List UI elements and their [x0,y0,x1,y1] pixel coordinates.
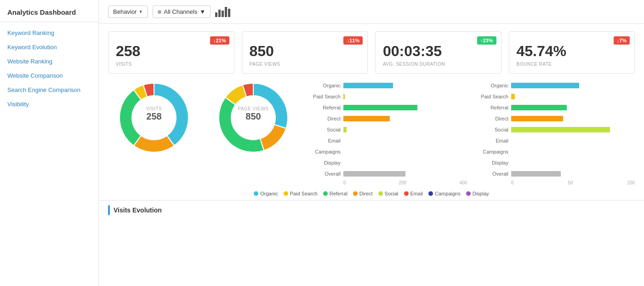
behavior-dropdown[interactable]: Behavior ▼ [108,6,148,18]
bar-icon-segment [228,9,230,17]
legend-item: Direct [353,191,373,196]
bar-row-label: Email [307,138,343,143]
metric-value: 45.74% [517,43,627,60]
bar-fill [511,83,579,88]
bar-chart-icon[interactable] [215,7,230,17]
bar-track [343,149,467,154]
sidebar-nav-link[interactable]: Search Engine Comparison [0,83,98,97]
bar-row: Social [474,125,635,134]
bar-track [511,105,635,110]
legend-label: Email [410,191,423,196]
bar-fill [343,116,390,121]
sidebar-nav-item: Keyword Evolution [0,40,98,54]
sidebar-nav-link[interactable]: Keyword Ranking [0,26,98,40]
visits-evolution-bar [108,205,110,215]
donut-pageviews-svg: PAGE VIEWS850 [217,81,290,154]
legend: OrganicPaid SearchReferralDirectSocialEm… [99,189,644,200]
metric-value: 850 [250,43,360,60]
bar-axis-label: 100 [627,180,635,185]
bar-track [511,138,635,143]
bar-row-label: Referral [307,105,343,110]
legend-item: Paid Search [284,191,318,196]
legend-label: Paid Search [290,191,318,196]
bar-row-label: Social [474,127,511,132]
sidebar-title: Analytics Dashboard [0,0,98,22]
sidebar: Analytics Dashboard Keyword RankingKeywo… [0,0,99,286]
bar-row: Display [307,158,467,167]
metric-card: ↓11%850PAGE VIEWS [242,31,368,74]
bar-row-label: Display [307,160,343,166]
bar-row: Referral [307,103,467,112]
bar-icon-segment [222,11,224,17]
bar-fill [343,105,417,110]
sidebar-nav-item: Website Comparison [0,69,98,83]
bar-track [343,138,467,143]
sidebar-nav-link[interactable]: Keyword Evolution [0,40,98,54]
visits-evolution-label: Visits Evolution [114,206,162,214]
legend-label: Organic [260,191,278,196]
legend-dot-icon [284,191,288,196]
bar-row: Organic [307,81,467,90]
bar-track [511,127,635,132]
sidebar-nav-link[interactable]: Visibility [0,97,98,111]
bar-row-label: Referral [474,105,511,110]
bar-row-label: Display [474,160,511,166]
sidebar-nav-item: Keyword Ranking [0,26,98,40]
legend-dot-icon [466,191,471,196]
sidebar-nav-link[interactable]: Website Comparison [0,69,98,83]
behavior-label: Behavior [113,8,137,15]
bar-row-label: Direct [474,116,511,121]
metric-label: VISITS [116,62,227,67]
bar-track [511,149,635,154]
sidebar-nav: Keyword RankingKeyword EvolutionWebsite … [0,22,98,115]
channels-dropdown[interactable]: All Channels ▼ [153,6,211,18]
bar-track [343,171,467,177]
bar-fill [511,127,610,132]
legend-item: Social [378,191,399,196]
visits-evolution-section: Visits Evolution [99,200,644,217]
toolbar: Behavior ▼ All Channels ▼ [99,0,644,24]
legend-item: Campaigns [428,191,461,196]
bar-fill [511,171,561,177]
bar-track [343,160,467,166]
bar-fill [343,94,345,99]
bar-track [343,83,467,88]
bar-row: Paid Search [307,92,467,101]
bar-track [511,116,635,121]
bar-row-label: Campaigns [307,149,343,154]
bar-track [511,83,635,88]
legend-label: Direct [359,191,373,196]
legend-item: Display [466,191,489,196]
metric-badge: ↓7% [614,36,630,45]
sidebar-nav-link[interactable]: Website Ranking [0,54,98,69]
legend-dot-icon [378,191,383,196]
legend-label: Display [473,191,489,196]
metric-label: PAGE VIEWS [250,62,360,67]
bar-track [343,127,467,132]
bar-chart-visits-section: OrganicPaid SearchReferralDirectSocialEm… [307,81,467,185]
bar-axis-label: 0 [343,180,346,185]
bar-fill [343,83,393,88]
bar-axis: 050100 [474,180,635,185]
metric-value: 00:03:35 [383,43,494,60]
bar-row-label: Overall [307,171,343,177]
bar-axis-label: 400 [459,180,467,185]
bar-chart: OrganicPaid SearchReferralDirectSocialEm… [307,81,467,185]
bar-row-label: Direct [307,116,343,121]
metric-label: BOUNCE RATE [517,62,627,67]
bar-row: Direct [307,114,467,123]
metric-badge: ↓11% [343,36,363,45]
bar-row: Display [474,158,635,167]
bar-fill [511,116,563,121]
behavior-caret-icon: ▼ [138,9,143,14]
bar-row-label: Paid Search [307,94,343,99]
donut-visits-svg: VISITS258 [117,81,191,154]
sidebar-nav-item: Website Ranking [0,54,98,69]
bar-row: Paid Search [474,92,635,101]
channels-label: All Channels [164,8,197,15]
metric-value: 258 [116,43,227,60]
channels-caret-icon: ▼ [199,8,205,15]
legend-item: Referral [323,191,348,196]
bar-axis-label: 200 [399,180,407,185]
bar-row: Email [474,136,635,145]
